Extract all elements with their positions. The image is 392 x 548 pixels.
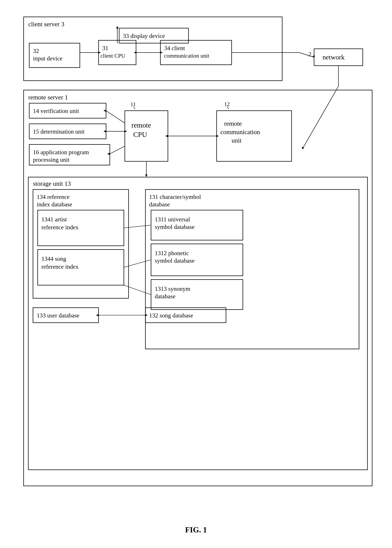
box-1313-label2: database (155, 293, 175, 300)
box-1312-label: 1312 phonetic (155, 250, 189, 256)
svg-line-19 (303, 86, 338, 148)
box-14-label: 14 verification unit (33, 108, 79, 114)
svg-marker-32 (104, 130, 106, 132)
box-11-label: remote (131, 121, 151, 129)
svg-marker-40 (145, 174, 147, 177)
box-16-label2: processing unit (33, 156, 70, 163)
svg-marker-56 (145, 314, 148, 316)
box-15-label: 15 determination unit (33, 128, 85, 135)
svg-marker-38 (216, 135, 219, 137)
fig-caption: FIG. 1 (18, 525, 374, 534)
network-label: network (322, 53, 345, 61)
ref-index-label: 134 reference (37, 194, 70, 200)
box-1341-label2: reference index (42, 224, 78, 231)
diagram-container: client server 3 33 display device 32 inp… (18, 11, 374, 534)
box-1311-label2: symbol database (155, 224, 195, 230)
svg-marker-33 (124, 130, 127, 132)
box-31-label2: client CPU (100, 52, 125, 59)
box-34-label: 34 client (164, 45, 185, 51)
svg-rect-45 (145, 189, 359, 349)
svg-marker-9 (160, 51, 163, 54)
svg-rect-28 (217, 111, 292, 161)
box-32-label: 32 (33, 47, 39, 54)
box-1344-label: 1344 song (42, 255, 66, 262)
box-1313-label: 1313 synonym (155, 285, 190, 292)
network-2-label: 2 (308, 51, 311, 58)
box-16-label: 16 application program (33, 149, 89, 156)
box-1311-label: 1311 universal (155, 216, 190, 223)
remote-server-label: remote server 1 (28, 94, 68, 101)
box-1341-label: 1341 artist (42, 216, 67, 223)
box-1344-label2: reference index (42, 263, 78, 270)
box-12-comm: communication (220, 129, 260, 136)
client-server-label: client server 3 (28, 21, 64, 28)
box-31-label: 31 (102, 45, 108, 51)
box-12-label: remote (224, 120, 242, 127)
svg-marker-37 (165, 135, 168, 137)
char-sym-label: 131 character/symbol (149, 194, 201, 200)
box-133-label: 133 user database (37, 312, 79, 319)
svg-marker-30 (104, 109, 106, 112)
box-11-cpu: CPU (133, 130, 147, 138)
svg-line-29 (106, 111, 124, 123)
box-34-label2: communication unit (164, 52, 209, 59)
svg-rect-41 (28, 177, 367, 470)
ref-index-label2: index database (37, 201, 72, 208)
svg-marker-12 (116, 26, 119, 29)
box-11-notch: 11 (130, 101, 136, 107)
svg-line-50 (124, 260, 151, 267)
box-132-label: 132 song database (149, 312, 193, 319)
svg-line-16 (299, 52, 314, 57)
char-sym-label2: database (149, 201, 170, 208)
storage-label: storage unit 13 (33, 180, 71, 187)
svg-line-51 (124, 285, 151, 295)
svg-line-49 (124, 225, 151, 228)
box-1312-label2: symbol database (155, 257, 195, 264)
svg-marker-55 (96, 314, 98, 316)
svg-marker-8 (134, 51, 136, 54)
box-33-label: 33 display device (123, 32, 165, 39)
box-12-unit: unit (231, 137, 242, 144)
box-32-label2: input device (33, 55, 63, 62)
main-diagram-svg: client server 3 33 display device 32 inp… (18, 11, 374, 518)
svg-line-34 (110, 146, 124, 154)
svg-marker-35 (107, 153, 110, 155)
box-12-notch: 12 (224, 101, 230, 107)
svg-marker-20 (302, 147, 304, 150)
